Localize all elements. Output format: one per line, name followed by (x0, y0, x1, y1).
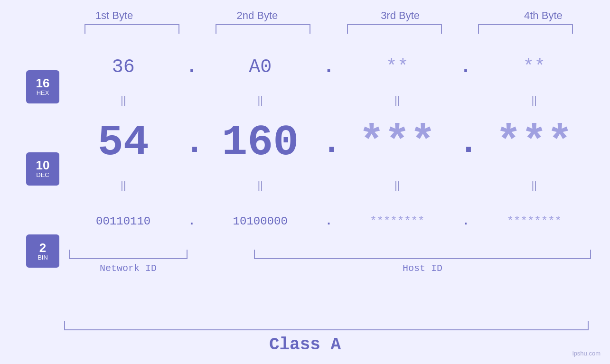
dec-dot3: . (459, 124, 473, 162)
badges-column: 16 HEX 10 DEC 2 BIN (19, 38, 66, 290)
eq1-b1: || (71, 94, 176, 106)
dec-dot1: . (185, 124, 199, 162)
wide-bottom-bracket (64, 321, 589, 330)
bracket-top-4 (478, 24, 573, 34)
top-brackets-row (66, 24, 591, 34)
bin-b4: ******** (482, 215, 586, 228)
byte4-label: 4th Byte (491, 9, 595, 22)
hex-dot3: . (459, 56, 473, 78)
host-id-label: Host ID (254, 263, 591, 274)
bin-b3: ******** (345, 215, 450, 228)
eq2-b4: || (482, 179, 586, 192)
bin-b2: 10100000 (208, 215, 312, 228)
eq1-b3: || (345, 94, 450, 106)
dec-b1: 54 (71, 119, 176, 167)
host-bracket (254, 250, 591, 259)
hex-badge-num: 16 (36, 77, 50, 89)
equals-row-2: || || || || (66, 176, 591, 195)
hex-b2: A0 (208, 56, 312, 78)
bin-dot1: . (185, 214, 199, 228)
header-row: 1st Byte 2nd Byte 3rd Byte 4th Byte (43, 9, 610, 22)
hex-dot1: . (185, 56, 199, 78)
id-labels-row: Network ID Host ID (66, 263, 591, 274)
hex-data-row: 36 . A0 . ** . ** (66, 43, 591, 91)
network-id-label: Network ID (69, 263, 188, 274)
content-area: 16 HEX 10 DEC 2 BIN 36 . A0 . ** . ** (19, 38, 591, 323)
hex-badge-label: HEX (37, 89, 49, 96)
bottom-brackets (66, 250, 591, 259)
hex-b4: ** (482, 56, 586, 78)
byte1-label: 1st Byte (62, 9, 167, 22)
hex-dot2: . (321, 56, 336, 78)
dec-badge: 10 DEC (26, 152, 59, 186)
hex-b1: 36 (71, 56, 176, 78)
network-bracket (69, 250, 188, 259)
eq2-b3: || (345, 179, 450, 192)
bracket-top-3 (347, 24, 442, 34)
bin-badge-label: BIN (38, 254, 48, 261)
bin-dot3: . (459, 214, 473, 228)
bottom-section: Network ID Host ID (66, 250, 591, 274)
byte2-label: 2nd Byte (205, 9, 310, 22)
bracket-top-2 (216, 24, 310, 34)
eq2-b1: || (71, 179, 176, 192)
bin-dot2: . (321, 214, 336, 228)
main-container: 1st Byte 2nd Byte 3rd Byte 4th Byte 16 H… (0, 0, 610, 364)
watermark: ipshu.com (572, 350, 601, 357)
class-label: Class A (269, 335, 341, 355)
hex-b3: ** (345, 56, 450, 78)
bin-b1: 00110110 (71, 215, 176, 228)
dec-data-row: 54 . 160 . *** . *** (66, 110, 591, 176)
eq1-b2: || (208, 94, 312, 106)
bin-badge: 2 BIN (26, 234, 59, 268)
bin-data-row: 00110110 . 10100000 . ******** . *******… (66, 195, 591, 247)
dec-badge-label: DEC (36, 171, 49, 178)
bin-badge-num: 2 (39, 242, 46, 254)
dec-b3: *** (345, 119, 450, 167)
dec-dot2: . (321, 124, 336, 162)
eq2-b2: || (208, 179, 312, 192)
hex-badge: 16 HEX (26, 70, 59, 103)
dec-badge-num: 10 (36, 159, 50, 171)
bracket-top-1 (84, 24, 179, 34)
dec-b4: *** (482, 119, 586, 167)
eq1-b4: || (482, 94, 586, 106)
dec-b2: 160 (208, 119, 312, 167)
byte3-label: 3rd Byte (348, 9, 452, 22)
equals-row-1: || || || || (66, 91, 591, 110)
grid-area: 36 . A0 . ** . ** || || || || 54 (66, 38, 591, 274)
